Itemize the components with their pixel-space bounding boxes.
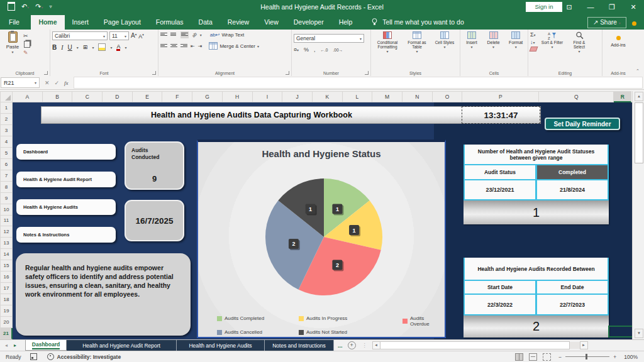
column-header-D[interactable]: D xyxy=(103,91,133,102)
bold-button[interactable]: B xyxy=(52,44,57,51)
sheet-prev-icon[interactable]: ◂ xyxy=(5,343,8,348)
horizontal-scrollbar[interactable]: ◄ ► xyxy=(372,341,588,349)
row-header-6[interactable]: 6 xyxy=(0,159,13,170)
format-as-table-button[interactable]: Format as Table▾ xyxy=(403,31,431,53)
row-header-13[interactable]: 13 xyxy=(0,238,13,249)
number-dialog-launcher[interactable] xyxy=(365,71,369,75)
column-header-B[interactable]: B xyxy=(43,91,73,102)
zoom-in-icon[interactable]: + xyxy=(613,354,616,360)
column-header-N[interactable]: N xyxy=(402,91,433,102)
column-header-A[interactable]: A xyxy=(13,91,43,102)
column-header-L[interactable]: L xyxy=(343,91,373,102)
nav-button-notes-instructions[interactable]: Notes & Instructions xyxy=(16,227,116,243)
grow-font-icon[interactable]: A▴ xyxy=(131,32,136,39)
italic-button[interactable]: I xyxy=(61,44,63,51)
tab-page-layout[interactable]: Page Layout xyxy=(96,15,148,30)
row-header-12[interactable]: 12 xyxy=(0,226,13,238)
row-header-18[interactable]: 18 xyxy=(0,294,13,305)
align-top-icon[interactable] xyxy=(160,32,167,38)
sign-in-button[interactable]: Sign in xyxy=(526,2,562,12)
number-format-select[interactable]: General▾ xyxy=(294,34,364,43)
normal-view-icon[interactable] xyxy=(515,353,523,361)
ribbon-display-options-icon[interactable]: ⊡ xyxy=(560,0,579,15)
page-layout-view-icon[interactable] xyxy=(529,353,537,361)
vertical-scroll-thumb[interactable] xyxy=(635,102,643,163)
accounting-format-icon[interactable]: ¤▾ xyxy=(294,47,299,53)
align-center-icon[interactable] xyxy=(170,43,177,49)
fill-color-icon[interactable] xyxy=(98,43,106,51)
column-header-H[interactable]: H xyxy=(223,91,253,102)
format-cells-button[interactable]: Format▾ xyxy=(506,31,526,49)
sheet-tab-dashboard[interactable]: Dashboard xyxy=(25,340,67,351)
increase-decimal-icon[interactable]: ←.0 xyxy=(321,48,328,52)
insert-cells-button[interactable]: Insert▾ xyxy=(462,31,481,49)
hscroll-left-icon[interactable]: ◄ xyxy=(372,341,380,349)
column-header-O[interactable]: O xyxy=(433,91,463,102)
clipboard-dialog-launcher[interactable] xyxy=(44,71,48,75)
column-header-M[interactable]: M xyxy=(372,91,402,102)
fx-icon[interactable]: fx xyxy=(64,80,69,86)
macro-record-icon[interactable] xyxy=(30,353,37,360)
increase-indent-icon[interactable]: ⇥ xyxy=(198,43,203,49)
tab-insert[interactable]: Insert xyxy=(65,15,96,30)
tell-me-box[interactable]: Tell me what you want to do xyxy=(382,18,464,26)
minimize-button[interactable]: — xyxy=(581,0,600,15)
align-right-icon[interactable] xyxy=(180,43,187,49)
zoom-out-icon[interactable]: − xyxy=(558,354,562,360)
addins-button[interactable]: Add-ins xyxy=(604,34,632,47)
column-header-E[interactable]: E xyxy=(133,91,163,102)
copy-icon[interactable] xyxy=(24,41,30,48)
pie-chart[interactable]: Health and Hygiene Status 11221 Audits C… xyxy=(197,140,446,338)
row-header-14[interactable]: 14 xyxy=(0,249,13,260)
row-header-15[interactable]: 15 xyxy=(0,260,13,272)
accessibility-status[interactable]: Accessibility: Investigate xyxy=(57,354,121,360)
set-daily-reminder-button[interactable]: Set Daily Reminder xyxy=(545,118,620,130)
formula-input[interactable] xyxy=(74,77,643,89)
autosum-icon[interactable]: Σ▾ xyxy=(530,31,537,38)
tab-help[interactable]: Help xyxy=(331,15,360,30)
row-header-11[interactable]: 11 xyxy=(0,216,13,227)
column-header-G[interactable]: G xyxy=(192,91,223,102)
select-all-corner[interactable] xyxy=(0,91,13,102)
find-select-button[interactable]: Find & Select▾ xyxy=(567,31,591,53)
paste-button[interactable]: Paste▾ xyxy=(2,31,23,56)
row-header-17[interactable]: 17 xyxy=(0,283,13,294)
alignment-dialog-launcher[interactable] xyxy=(286,71,289,75)
nav-button-health-hygiene-audit-report[interactable]: Health & Hygiene Audit Report xyxy=(16,172,116,187)
decrease-decimal-icon[interactable]: .00→ xyxy=(333,48,343,52)
comma-icon[interactable]: , xyxy=(314,47,316,53)
font-size-select[interactable]: 11▾ xyxy=(109,31,129,40)
sort-filter-button[interactable]: AZ Sort & Filter▾ xyxy=(540,31,564,53)
row-header-7[interactable]: 7 xyxy=(0,170,13,182)
status-panel-date-to[interactable]: 21/8/2024 xyxy=(537,180,608,199)
delete-cells-button[interactable]: Delete▾ xyxy=(484,31,504,49)
row-header-4[interactable]: 4 xyxy=(0,136,13,148)
tab-review[interactable]: Review xyxy=(220,15,257,30)
column-header-K[interactable]: K xyxy=(313,91,343,102)
zoom-level[interactable]: 100% xyxy=(624,354,638,360)
font-color-icon[interactable]: A xyxy=(116,44,120,51)
status-panel-date-from[interactable]: 23/12/2021 xyxy=(465,180,535,199)
recorded-panel-date-to[interactable]: 22/7/2023 xyxy=(537,295,608,314)
shrink-font-icon[interactable]: A▾ xyxy=(138,33,144,40)
vertical-scrollbar[interactable]: ▲ ▼ xyxy=(632,91,644,339)
cut-icon[interactable]: ✂ xyxy=(23,33,30,39)
align-bottom-icon[interactable] xyxy=(180,31,189,38)
column-header-J[interactable]: J xyxy=(282,91,313,102)
nav-button-dashboard[interactable]: Dashboard xyxy=(16,144,116,160)
font-name-select[interactable]: Calibri▾ xyxy=(52,31,108,40)
nav-button-health-hygiene-audits[interactable]: Health & Hygiene Audits xyxy=(16,199,116,215)
tab-home[interactable]: Home xyxy=(31,15,64,30)
close-button[interactable]: ✕ xyxy=(624,0,643,15)
row-header-21[interactable]: 21 xyxy=(0,328,13,339)
orientation-icon[interactable]: ab xyxy=(191,31,197,38)
cell-styles-button[interactable]: Cell Styles▾ xyxy=(432,31,457,53)
row-header-5[interactable]: 5 xyxy=(0,148,13,159)
scroll-down-icon[interactable]: ▼ xyxy=(635,329,643,338)
row-header-10[interactable]: 10 xyxy=(0,204,13,216)
row-header-19[interactable]: 19 xyxy=(0,305,13,317)
sheet-next-icon[interactable]: ▸ xyxy=(14,343,16,348)
row-header-1[interactable]: 1 xyxy=(0,102,13,114)
tab-formulas[interactable]: Formulas xyxy=(148,15,191,30)
format-painter-icon[interactable]: ✎ xyxy=(23,50,30,56)
